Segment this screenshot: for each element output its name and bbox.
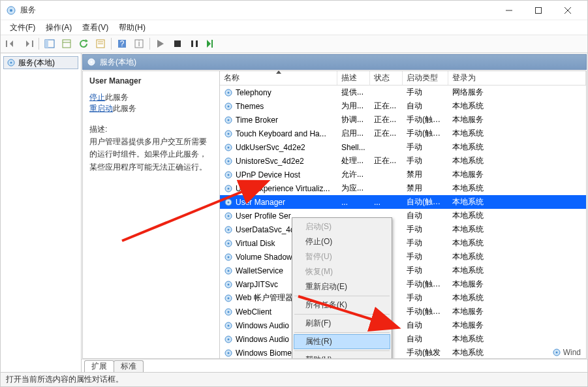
table-row[interactable]: Windows Audio自动本地服务 <box>220 318 586 332</box>
svg-point-48 <box>228 187 230 189</box>
cell-logon-as: 本地系统 <box>448 155 586 166</box>
tab-extended[interactable]: 扩展 <box>84 360 114 372</box>
table-row[interactable]: User Profile Ser自动本地系统 <box>220 209 586 223</box>
cell-desc: 协调... <box>337 114 370 125</box>
gear-icon <box>224 102 233 111</box>
list-body[interactable]: Telephony提供...手动网络服务Themes为用...正在...自动本地… <box>220 85 586 358</box>
svg-rect-7 <box>6 40 7 47</box>
svg-rect-11 <box>45 40 48 48</box>
cell-logon-as: 网络服务 <box>448 87 586 98</box>
svg-point-29 <box>10 62 12 64</box>
cell-status: 正在... <box>370 155 403 166</box>
ctx-properties[interactable]: 属性(R) <box>294 334 390 349</box>
properties-button[interactable] <box>93 37 108 51</box>
close-button[interactable] <box>553 1 582 20</box>
svg-point-46 <box>228 174 230 176</box>
table-row[interactable]: User Manager......自动(触发...本地系统 <box>220 195 586 209</box>
gear-icon <box>87 57 96 67</box>
table-row[interactable]: WalletService手动本地系统 <box>220 264 586 277</box>
svg-rect-9 <box>32 40 33 47</box>
help-button[interactable]: ? <box>114 37 130 51</box>
col-logon-as[interactable]: 登录为 <box>448 71 586 85</box>
table-row[interactable]: UdkUserSvc_4d2e2Shell...手动本地系统 <box>220 140 586 154</box>
menu-help[interactable]: 帮助(H) <box>114 21 151 35</box>
gear-icon <box>224 184 233 193</box>
table-row[interactable]: UserDataSvc_4d手动本地系统 <box>220 223 586 236</box>
svg-point-58 <box>228 256 230 258</box>
cell-logon-as: 本地服务 <box>448 169 586 180</box>
gear-icon <box>224 253 233 262</box>
table-row[interactable]: Windows Biometric ServWin手动(触发本地系统 <box>220 346 586 358</box>
table-row[interactable]: Virtual Disk手动本地系统 <box>220 236 586 250</box>
maximize-button[interactable] <box>523 1 553 20</box>
col-desc[interactable]: 描述 <box>337 71 370 85</box>
ctx-restart[interactable]: 重新启动(E) <box>294 279 390 294</box>
table-row[interactable]: Themes为用...正在...自动本地系统 <box>220 99 586 113</box>
svg-point-40 <box>228 132 230 134</box>
start-service-button[interactable] <box>153 37 168 51</box>
cell-start-type: 手动 <box>403 142 448 153</box>
table-row[interactable]: Time Broker协调...正在...手动(触发...本地服务 <box>220 113 586 127</box>
tab-standard[interactable]: 标准 <box>114 360 144 372</box>
cell-desc: 处理... <box>337 155 370 166</box>
cell-logon-as: 本地系统 <box>448 251 586 262</box>
table-row[interactable]: User Experience Virtualiz...为应...禁用本地系统 <box>220 181 586 195</box>
table-row[interactable]: UPnP Device Host允许...禁用本地服务 <box>220 168 586 181</box>
export-list-button[interactable] <box>59 37 74 51</box>
forward-button[interactable] <box>20 37 36 51</box>
gear-icon <box>224 143 233 152</box>
table-row[interactable]: Volume Shadow手动本地系统 <box>220 250 586 264</box>
svg-rect-25 <box>196 40 198 47</box>
table-row[interactable]: Telephony提供...手动网络服务 <box>220 85 586 99</box>
svg-text:?: ? <box>120 39 125 48</box>
ctx-stop[interactable]: 停止(O) <box>294 234 390 249</box>
cell-start-type: 手动 <box>403 251 448 262</box>
cell-start-type: 手动 <box>403 265 448 276</box>
ctx-all-tasks[interactable]: 所有任务(K) <box>294 298 390 313</box>
stop-link[interactable]: 停止 <box>89 93 105 102</box>
table-row[interactable]: WarpJITSvc手动(触发...本地服务 <box>220 277 586 291</box>
main-area: 服务(本地) 服务(本地) User Manager 停止此服务 重启动此服务 … <box>1 53 587 372</box>
back-button[interactable] <box>3 37 19 51</box>
about-button[interactable]: i <box>131 37 147 51</box>
gear-icon <box>224 321 233 330</box>
svg-marker-8 <box>26 40 29 47</box>
svg-rect-3 <box>535 7 541 13</box>
refresh-button[interactable] <box>76 37 91 51</box>
cell-start-type: 自动(触发... <box>403 196 448 208</box>
ctx-refresh[interactable]: 刷新(F) <box>294 316 390 331</box>
svg-rect-23 <box>174 40 181 47</box>
ctx-help[interactable]: 帮助(H) <box>294 352 390 358</box>
desc-label: 描述: <box>89 125 107 134</box>
col-name[interactable]: 名称 <box>220 71 337 85</box>
gear-icon <box>224 280 233 289</box>
service-list: 名称 描述 状态 启动类型 登录为 Telephony提供...手动网络服务Th… <box>220 71 586 358</box>
gear-icon <box>224 157 233 166</box>
stop-service-button[interactable] <box>170 37 185 51</box>
svg-marker-14 <box>85 39 88 42</box>
svg-point-42 <box>228 146 230 148</box>
show-hide-tree-button[interactable] <box>42 37 57 51</box>
menu-file[interactable]: 文件(F) <box>5 21 40 35</box>
restart-link[interactable]: 重启动 <box>89 104 113 113</box>
svg-point-31 <box>91 61 93 63</box>
menu-action[interactable]: 操作(A) <box>40 21 77 35</box>
minimize-button[interactable] <box>494 1 523 20</box>
table-row[interactable]: Windows Audio自动本地系统 <box>220 332 586 346</box>
col-start-type[interactable]: 启动类型 <box>403 71 448 85</box>
svg-point-44 <box>228 160 230 162</box>
restart-service-button[interactable] <box>204 37 219 51</box>
svg-point-70 <box>228 338 230 340</box>
tree-item-services-local[interactable]: 服务(本地) <box>3 56 78 69</box>
menu-view[interactable]: 查看(V) <box>77 21 114 35</box>
table-row[interactable]: WebClient手动(触发...本地服务 <box>220 305 586 318</box>
svg-point-36 <box>228 105 230 107</box>
cell-desc: 允许... <box>337 169 370 180</box>
table-row[interactable]: UnistoreSvc_4d2e2处理...正在...手动本地系统 <box>220 154 586 168</box>
pause-service-button[interactable] <box>187 37 202 51</box>
table-row[interactable]: Web 帐户管理器手动本地系统 <box>220 291 586 305</box>
gear-icon <box>224 198 233 207</box>
table-row[interactable]: Touch Keyboard and Ha...启用...正在...手动(触发.… <box>220 127 586 140</box>
col-status[interactable]: 状态 <box>370 71 403 85</box>
ctx-start: 启动(S) <box>294 219 390 234</box>
